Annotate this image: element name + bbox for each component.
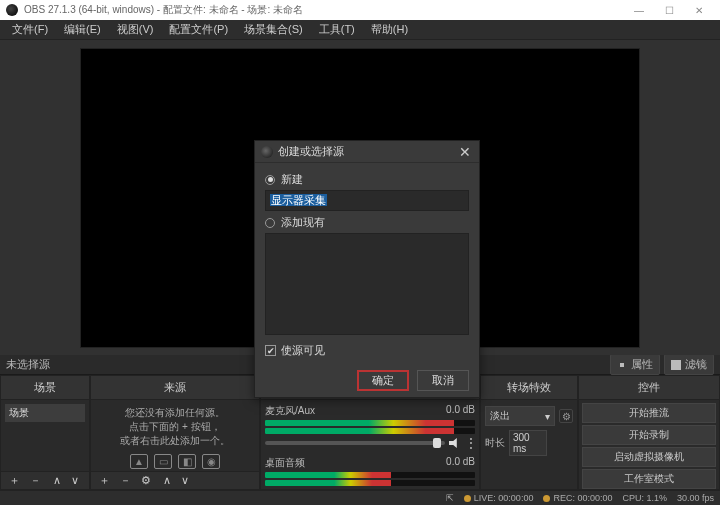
studio-mode-button[interactable]: 工作室模式 — [582, 469, 716, 489]
source-remove-button[interactable]: － — [116, 473, 135, 488]
scene-up-button[interactable]: ∧ — [49, 474, 65, 487]
live-status: LIVE: 00:00:00 — [464, 493, 534, 503]
undock-icon[interactable]: ⇱ — [446, 493, 454, 503]
image-icon: ▲ — [130, 454, 148, 469]
add-existing-radio[interactable]: 添加现有 — [265, 215, 469, 230]
window-icon: ◧ — [178, 454, 196, 469]
window-titlebar: OBS 27.1.3 (64-bit, windows) - 配置文件: 未命名… — [0, 0, 720, 20]
desktop-meter — [265, 472, 475, 478]
start-recording-button[interactable]: 开始录制 — [582, 425, 716, 445]
source-down-button[interactable]: ∨ — [177, 474, 193, 487]
mixer-desktop: 桌面音频0.0 dB ⋮ — [265, 456, 475, 489]
desktop-options-button[interactable]: ⋮ — [465, 488, 475, 489]
scene-down-button[interactable]: ∨ — [67, 474, 83, 487]
start-vcam-button[interactable]: 启动虚拟摄像机 — [582, 447, 716, 467]
menu-help[interactable]: 帮助(H) — [363, 20, 416, 39]
create-new-radio[interactable]: 新建 — [265, 172, 469, 187]
properties-button[interactable]: 属性 — [610, 354, 660, 375]
menu-tools[interactable]: 工具(T) — [311, 20, 363, 39]
transition-select[interactable]: 淡出▾ — [485, 406, 555, 426]
scene-add-button[interactable]: ＋ — [5, 473, 24, 488]
filters-button[interactable]: 滤镜 — [664, 354, 714, 375]
source-hint-icons: ▲ ▭ ◧ ◉ — [95, 454, 255, 469]
transition-settings-button[interactable]: ⚙ — [559, 409, 573, 423]
filters-icon — [671, 360, 681, 370]
duration-spinner[interactable]: 300 ms — [509, 430, 547, 456]
menu-file[interactable]: 文件(F) — [4, 20, 56, 39]
mixer-mic: 麦克风/Aux0.0 dB ⋮ — [265, 404, 475, 450]
mic-label: 麦克风/Aux — [265, 404, 315, 418]
desktop-meter-2 — [265, 480, 475, 486]
source-settings-button[interactable]: ⚙ — [137, 474, 155, 487]
radio-icon — [265, 218, 275, 228]
controls-panel: 控件 开始推流 开始录制 启动虚拟摄像机 工作室模式 设置 退出 — [578, 375, 720, 490]
rec-status: REC: 00:00:00 — [543, 493, 612, 503]
menubar: 文件(F) 编辑(E) 视图(V) 配置文件(P) 场景集合(S) 工具(T) … — [0, 20, 720, 40]
mic-volume-slider[interactable] — [265, 441, 445, 445]
gear-icon — [617, 360, 627, 370]
dialog-titlebar: 创建或选择源 ✕ — [255, 141, 479, 163]
sources-footer: ＋ － ⚙ ∧ ∨ — [91, 471, 259, 489]
transitions-title: 转场特效 — [481, 376, 577, 400]
dialog-close-button[interactable]: ✕ — [457, 144, 473, 160]
menu-edit[interactable]: 编辑(E) — [56, 20, 109, 39]
dialog-icon — [261, 146, 273, 158]
make-visible-checkbox[interactable]: ✔ 使源可见 — [265, 343, 469, 358]
close-button[interactable]: ✕ — [684, 5, 714, 16]
controls-title: 控件 — [579, 376, 719, 400]
scene-item[interactable]: 场景 — [5, 404, 85, 422]
status-bar: ⇱ LIVE: 00:00:00 REC: 00:00:00 CPU: 1.1%… — [0, 490, 720, 505]
no-source-label: 未选择源 — [6, 357, 50, 372]
checkbox-icon: ✔ — [265, 345, 276, 356]
minimize-button[interactable]: — — [624, 5, 654, 16]
dialog-title: 创建或选择源 — [278, 144, 344, 159]
speaker-icon[interactable] — [449, 438, 461, 448]
scenes-footer: ＋ － ∧ ∨ — [1, 471, 89, 489]
scenes-panel: 场景 场景 ＋ － ∧ ∨ — [0, 375, 90, 490]
scene-remove-button[interactable]: － — [26, 473, 45, 488]
existing-sources-list[interactable] — [265, 233, 469, 335]
cancel-button[interactable]: 取消 — [417, 370, 469, 391]
radio-selected-icon — [265, 175, 275, 185]
rec-dot-icon — [543, 495, 550, 502]
app-icon — [6, 4, 18, 16]
camera-icon: ◉ — [202, 454, 220, 469]
menu-profile[interactable]: 配置文件(P) — [161, 20, 236, 39]
desktop-label: 桌面音频 — [265, 456, 305, 470]
maximize-button[interactable]: ☐ — [654, 5, 684, 16]
menu-view[interactable]: 视图(V) — [109, 20, 162, 39]
menu-scene-collection[interactable]: 场景集合(S) — [236, 20, 311, 39]
fps-status: 30.00 fps — [677, 493, 714, 503]
sources-hint: 您还没有添加任何源。 点击下面的 + 按钮， 或者右击此处添加一个。 — [95, 404, 255, 450]
transitions-panel: 转场特效 淡出▾ ⚙ 时长 300 ms — [480, 375, 578, 490]
window-title: OBS 27.1.3 (64-bit, windows) - 配置文件: 未命名… — [24, 3, 303, 17]
create-source-dialog: 创建或选择源 ✕ 新建 显示器采集 添加现有 ✔ 使源可见 确定 取消 — [254, 140, 480, 398]
mic-meter-2 — [265, 428, 475, 434]
duration-label: 时长 — [485, 436, 505, 450]
desktop-db: 0.0 dB — [446, 456, 475, 470]
scenes-title: 场景 — [1, 376, 89, 400]
source-name-input[interactable]: 显示器采集 — [265, 190, 469, 211]
sources-title: 来源 — [91, 376, 259, 400]
source-add-button[interactable]: ＋ — [95, 473, 114, 488]
sources-panel: 来源 您还没有添加任何源。 点击下面的 + 按钮， 或者右击此处添加一个。 ▲ … — [90, 375, 260, 490]
mic-db: 0.0 dB — [446, 404, 475, 418]
live-dot-icon — [464, 495, 471, 502]
cpu-status: CPU: 1.1% — [622, 493, 667, 503]
ok-button[interactable]: 确定 — [357, 370, 409, 391]
start-streaming-button[interactable]: 开始推流 — [582, 403, 716, 423]
display-icon: ▭ — [154, 454, 172, 469]
source-up-button[interactable]: ∧ — [159, 474, 175, 487]
mic-meter — [265, 420, 475, 426]
mic-options-button[interactable]: ⋮ — [465, 436, 475, 450]
